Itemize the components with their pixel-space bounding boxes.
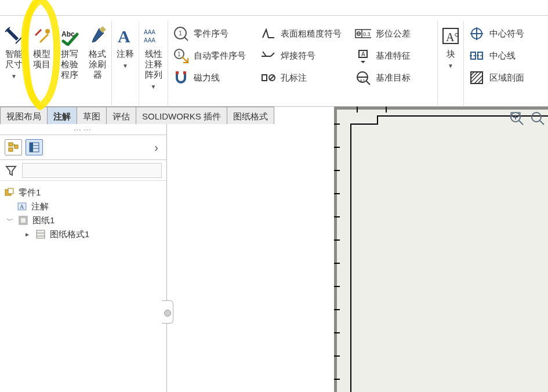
dropdown-caret-icon[interactable]: ▼: [122, 63, 128, 70]
label: 表面粗糙度符号: [281, 28, 342, 39]
svg-rect-36: [9, 143, 13, 146]
svg-line-26: [366, 81, 370, 85]
label: 磁力线: [194, 72, 220, 84]
label: 图纸1: [32, 215, 55, 226]
hatch-icon: [469, 70, 485, 86]
datum-feature-button[interactable]: A 基准特征: [353, 45, 435, 66]
svg-rect-13: [262, 75, 267, 81]
label: 阵列: [145, 70, 162, 80]
svg-point-70: [532, 112, 541, 122]
svg-rect-44: [8, 188, 13, 194]
datum-target-button[interactable]: A1 基准目标: [353, 67, 435, 88]
spell-check-button[interactable]: Abc 拼写 检验 程序: [56, 22, 84, 106]
label: 图纸格式1: [50, 229, 89, 240]
ribbon-group-block: A° 块 ▼: [438, 21, 464, 106]
tab-sketch[interactable]: 草图: [77, 107, 107, 124]
surface-finish-icon: [260, 26, 276, 42]
svg-text:AAA: AAA: [144, 29, 155, 35]
svg-line-8: [184, 37, 188, 41]
label: 孔标注: [281, 72, 307, 84]
model-items-button[interactable]: 模型 项目: [28, 22, 56, 106]
label: 基准目标: [376, 72, 411, 84]
svg-text:1: 1: [177, 51, 181, 57]
panel-tab-1[interactable]: [5, 139, 22, 155]
svg-rect-11: [176, 71, 179, 74]
svg-line-15: [270, 75, 274, 80]
dropdown-caret-icon[interactable]: ▼: [448, 63, 453, 70]
tab-annotate[interactable]: 注解: [47, 107, 77, 124]
zoom-area-button[interactable]: [529, 110, 546, 126]
ribbon-group-centers: 中心符号 中心线 区域剖面: [464, 21, 534, 106]
label: 注解: [31, 201, 49, 212]
panel-expand-button[interactable]: ›: [151, 141, 162, 154]
centerline-button[interactable]: 中心线: [466, 45, 531, 66]
sheet-icon: [17, 215, 29, 226]
tab-evaluate[interactable]: 评估: [106, 107, 136, 124]
paintbrush-icon: [87, 26, 108, 46]
svg-line-67: [519, 121, 523, 125]
panel-tab-2[interactable]: [26, 139, 43, 155]
tab-view-layout[interactable]: 视图布局: [0, 107, 48, 124]
center-mark-icon: [469, 26, 485, 42]
label: 模型: [33, 49, 50, 59]
tree-sheet[interactable]: ﹀ 图纸1: [3, 213, 163, 227]
part-icon: [3, 187, 15, 198]
linear-note-pattern-button[interactable]: AAA AAA 线性 注释 阵列 ▼: [139, 22, 168, 106]
datum-feature-icon: A: [355, 48, 371, 64]
weld-icon: [260, 48, 276, 64]
svg-rect-49: [37, 230, 45, 238]
svg-rect-37: [9, 148, 13, 151]
tree-tab-icon: [8, 142, 19, 153]
dropdown-caret-icon[interactable]: ▼: [151, 84, 157, 90]
block-icon: A°: [440, 26, 461, 46]
ribbon-group-note: A 注释 ▼ AAA AAA 线性 注释 阵列 ▼: [112, 21, 168, 106]
label: 中心符号: [489, 28, 524, 39]
label: 格式: [89, 49, 106, 59]
weld-symbol-button[interactable]: 焊接符号: [257, 45, 348, 66]
tree-root[interactable]: 零件1: [3, 186, 163, 199]
area-hatch-button[interactable]: 区域剖面: [466, 67, 531, 88]
label: 智能: [5, 49, 23, 59]
hole-callout-button[interactable]: 孔标注: [257, 67, 348, 88]
dropdown-caret-icon[interactable]: ▼: [11, 73, 17, 80]
auto-balloon-button[interactable]: 1 自动零件序号: [170, 45, 253, 66]
magnetic-line-button[interactable]: 磁力线: [170, 67, 253, 88]
tree-sheet-format[interactable]: ▸ 图纸格式1: [3, 227, 163, 241]
center-mark-button[interactable]: 中心符号: [466, 23, 531, 44]
note-button[interactable]: A 注释 ▼: [112, 22, 139, 106]
svg-text:A: A: [118, 27, 130, 46]
smart-dimension-button[interactable]: 智能 尺寸 ▼: [0, 22, 28, 106]
drawing-canvas[interactable]: [167, 124, 548, 392]
panel-grip[interactable]: ⋯⋯: [0, 124, 166, 135]
tree-annotations[interactable]: A 注解: [3, 199, 163, 213]
collapse-icon[interactable]: ﹀: [6, 216, 14, 226]
label: 器: [93, 70, 102, 80]
view-zoom-tools: [509, 110, 546, 126]
zoom-to-fit-button[interactable]: [509, 110, 525, 126]
svg-rect-12: [183, 71, 186, 74]
filter-icon[interactable]: [5, 164, 17, 177]
gdt-icon: 0.3: [355, 26, 371, 42]
property-tab-icon: [29, 142, 39, 153]
panel-filter-row: [0, 160, 166, 181]
svg-text:A: A: [361, 51, 365, 57]
label: 检验: [61, 59, 78, 70]
geometric-tolerance-button[interactable]: 0.3 形位公差: [353, 23, 435, 44]
format-painter-button[interactable]: 格式 涂刷 器: [84, 22, 111, 106]
tab-sheet-format[interactable]: 图纸格式: [227, 107, 274, 124]
tab-solidworks-addins[interactable]: SOLIDWORKS 插件: [136, 107, 227, 124]
expand-icon[interactable]: ▸: [23, 230, 31, 238]
centerline-icon: [469, 48, 485, 64]
filter-input[interactable]: [22, 163, 162, 178]
label: 拼写: [61, 49, 78, 59]
label: 零件序号: [194, 28, 228, 39]
ribbon-group-callouts: 1 零件序号 1 自动零件序号 磁力线 表面粗糙度符号 焊接符号: [168, 21, 438, 106]
magnet-icon: [173, 70, 189, 86]
balloon-button[interactable]: 1 零件序号: [170, 23, 253, 44]
label: 注释: [117, 49, 134, 59]
label: 块: [447, 49, 455, 59]
divider: [0, 15, 548, 16]
block-button[interactable]: A° 块 ▼: [438, 22, 463, 106]
surface-finish-button[interactable]: 表面粗糙度符号: [257, 23, 348, 44]
panel-splitter-knob[interactable]: [164, 310, 171, 317]
